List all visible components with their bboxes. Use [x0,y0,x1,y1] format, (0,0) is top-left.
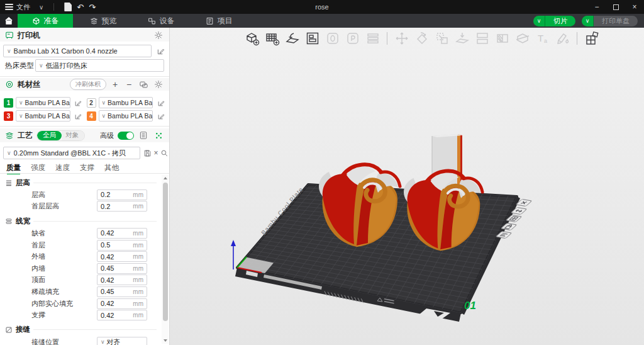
scrollbar-thumb[interactable] [163,183,168,321]
restore-button[interactable] [606,0,625,14]
filament-4-badge[interactable]: 4 [87,111,96,121]
filament-3-select[interactable]: ∨Bambu PLA Basic [16,110,70,122]
param-row: 内墙0.45mm [0,263,160,274]
param-label: 首层层高 [31,201,97,211]
redo-button[interactable]: ↷ [89,3,96,11]
line-width-icon [5,217,13,225]
tab-strength[interactable]: 强度 [31,163,45,172]
param-input[interactable]: 0.2mm [97,189,147,200]
tab-quality[interactable]: 质量 [6,163,21,172]
preview-icon [90,17,98,25]
bed-type-select[interactable]: ∨ 低温打印热床 [35,59,164,72]
scroll-down-arrow[interactable] [164,339,167,342]
file-menu-label: 文件 [16,3,30,12]
param-label: 层高 [31,190,97,200]
filament-3-badge[interactable]: 3 [4,111,13,121]
printer-edit-button[interactable] [155,45,167,57]
minimize-button[interactable]: − [587,0,606,14]
tab-others[interactable]: 其他 [104,163,119,172]
filament-4-select[interactable]: ∨Bambu PLA Basic [99,110,153,122]
filament-row-1: 1 ∨Bambu PLA Basic 2 ∨Bambu PLA Basic [4,97,167,108]
filament-4-edit-button[interactable] [155,110,167,122]
slice-button-group: ∨ 切片 [533,16,575,26]
tab-project[interactable]: 项目 [191,14,247,28]
param-scrollbar[interactable] [162,175,169,344]
tab-support[interactable]: 支撑 [80,163,94,172]
param-input[interactable]: 0.5mm [97,240,147,251]
filament-1-edit-button[interactable] [73,97,84,108]
main-tab-bar: 准备 预览 设备 项目 ∨ 切片 ∨ 打印单盘 [0,14,644,28]
home-button[interactable] [0,14,18,28]
printer-icon [5,31,14,40]
printer-preset-value: Bambu Lab X1 Carbon 0.4 nozzle [14,47,118,55]
remove-filament-button[interactable]: − [124,79,134,89]
filament-1-select[interactable]: ∨Bambu PLA Basic [16,97,70,108]
new-project-icon[interactable] [64,3,72,11]
param-label: 首层 [31,240,97,250]
chevron-down-icon[interactable]: ∨ [39,4,43,11]
param-input[interactable]: 0.2mm [97,201,147,212]
viewport-3d[interactable]: Ta [170,28,644,345]
chevron-down-icon: ∨ [7,150,11,156]
tab-label: 设备 [160,16,175,26]
filament-settings-button[interactable] [153,79,164,90]
add-filament-button[interactable]: + [110,79,120,89]
param-input[interactable]: 0.45mm [97,286,147,297]
advanced-toggle[interactable] [118,132,134,140]
parameter-table-button[interactable] [138,130,149,141]
file-menu[interactable]: 文件 [5,3,30,12]
param-row: 首层层高0.2mm [0,201,160,213]
filament-3-edit-button[interactable] [73,110,84,122]
param-row: 内部实心填充0.42mm [0,298,160,310]
printer-preset-select[interactable]: ∨ Bambu Lab X1 Carbon 0.4 nozzle [3,45,152,57]
search-preset-button[interactable] [158,147,170,159]
window-title: rose [0,3,644,11]
param-input[interactable]: 0.42mm [97,298,147,309]
slice-button[interactable]: 切片 [545,16,575,26]
prepare-icon [32,17,40,25]
edit-icon [74,99,82,107]
tab-prepare[interactable]: 准备 [18,14,73,28]
process-preset-value: 0.20mm Standard @BBL X1C - 拷贝 [14,149,126,158]
chevron-down-icon: ∨ [101,339,105,345]
param-input[interactable]: 0.45mm [97,263,147,274]
param-input[interactable]: 0.42mm [97,310,147,320]
param-label: 支撑 [31,310,97,320]
group-title: 线宽 [16,217,30,226]
filament-2-edit-button[interactable] [155,97,167,108]
process-section-header: 工艺 全局 对象 高级 [0,128,169,142]
device-icon [148,17,156,25]
param-input[interactable]: 0.42mm [97,228,147,239]
tab-device[interactable]: 设备 [133,14,189,28]
print-plate-button[interactable]: 打印单盘 [594,16,638,26]
tab-preview[interactable]: 预览 [75,14,131,28]
chevron-down-icon: ∨ [102,113,106,119]
param-label: 顶面 [31,275,97,285]
slice-dropdown-button[interactable]: ∨ [533,16,545,26]
printer-settings-button[interactable] [153,30,164,41]
param-label: 缺省 [31,229,97,238]
ams-sync-button[interactable] [138,79,149,90]
objects-dots-button[interactable] [153,130,164,141]
group-line-width: 线宽 [5,215,157,227]
process-preset-select[interactable]: ∨ 0.20mm Standard @BBL X1C - 拷贝 [3,147,140,159]
filament-1-badge[interactable]: 1 [4,98,13,108]
bed-type-value: 低温打印热床 [46,61,87,71]
dots-icon [155,132,163,140]
scroll-up-arrow[interactable] [164,177,167,179]
scope-global-button[interactable]: 全局 [37,131,62,140]
scope-objects-button[interactable]: 对象 [62,131,84,140]
filament-section-header: 耗材丝 冲刷体积 + − [0,78,169,91]
filament-2-badge[interactable]: 2 [87,98,96,108]
flush-volumes-button[interactable]: 冲刷体积 [70,79,106,90]
seam-position-select[interactable]: ∨对齐 [97,337,147,345]
tab-speed[interactable]: 速度 [55,163,70,172]
param-input[interactable]: 0.42mm [97,251,147,262]
close-button[interactable]: × [625,0,644,14]
param-input[interactable]: 0.42mm [97,274,147,285]
param-label: 外墙 [31,252,97,261]
filament-2-select[interactable]: ∨Bambu PLA Basic [99,97,153,108]
undo-button[interactable]: ↶ [77,3,84,11]
print-dropdown-button[interactable]: ∨ [582,16,594,26]
filament-2-name: Bambu PLA Basic [108,99,153,106]
